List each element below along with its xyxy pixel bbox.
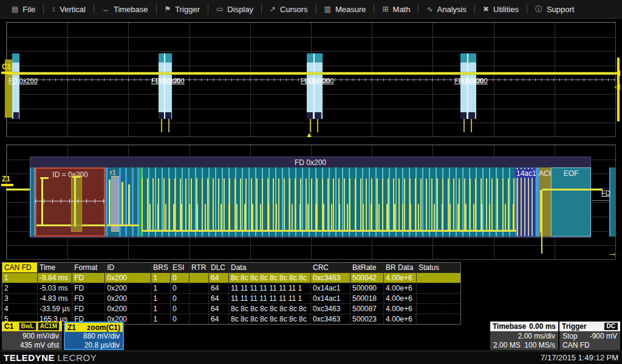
cell[interactable]: 3 xyxy=(2,294,38,304)
cell[interactable]: 0xc3463 xyxy=(310,273,350,283)
table-row[interactable]: 2-5.03 msFD0x200106411 11 11 11 11 11 11… xyxy=(2,283,461,294)
cell[interactable]: 500090 xyxy=(350,283,383,294)
cell[interactable]: 4.00e+6 xyxy=(383,273,416,283)
cell[interactable]: FD xyxy=(72,273,105,283)
z1-trace-pulse-top xyxy=(72,176,81,178)
cell[interactable]: 8c 8c 8c 8c 8c 8c 8c 8c xyxy=(228,314,310,325)
menu-timebase[interactable]: ↔Timebase xyxy=(94,0,156,18)
cell[interactable]: FD xyxy=(72,304,105,314)
menu-support[interactable]: ⓘSupport xyxy=(527,0,583,18)
trigger-level-arrow-icon[interactable]: ◁ xyxy=(614,83,620,90)
cell[interactable]: 1 xyxy=(151,304,171,314)
channel-offset-arrow-icon[interactable]: ◀ xyxy=(614,69,620,76)
cell[interactable]: 1 xyxy=(151,283,171,294)
table-row[interactable]: 4-33.59 µsFD0x20010648c 8c 8c 8c 8c 8c 8… xyxy=(2,304,461,314)
cell[interactable]: 500018 xyxy=(350,294,383,304)
cell[interactable]: 64 xyxy=(208,304,228,314)
trigger-time-marker-icon[interactable]: ▲ xyxy=(306,131,313,138)
cell[interactable] xyxy=(416,314,460,325)
cell[interactable] xyxy=(189,283,208,294)
cell[interactable]: 0xc3463 xyxy=(310,304,350,314)
c1-trace[interactable] xyxy=(6,72,616,75)
cell[interactable] xyxy=(189,304,208,314)
cell[interactable] xyxy=(416,304,460,314)
menu-cursors[interactable]: ↗Cursors xyxy=(262,0,316,18)
menu-analysis[interactable]: ∿Analysis xyxy=(419,0,474,18)
cell[interactable]: 0xc3463 xyxy=(310,314,350,325)
cell[interactable]: -9.84 ms xyxy=(38,273,72,283)
cell[interactable]: 64 xyxy=(208,314,228,325)
cell[interactable] xyxy=(416,283,460,294)
cell[interactable]: 0 xyxy=(170,314,189,325)
cell[interactable]: 4.00e+6 xyxy=(383,283,416,294)
cell[interactable] xyxy=(189,294,208,304)
menu-utilities[interactable]: ✖Utilities xyxy=(475,0,527,18)
cell[interactable] xyxy=(189,314,208,325)
cell[interactable]: 64 xyxy=(208,283,228,294)
cell[interactable]: 500087 xyxy=(350,304,383,314)
cell[interactable]: -4.83 ms xyxy=(38,294,72,304)
z1-descriptor-box[interactable]: Z1 zoom(C1) 880 mV/div 20.8 µs/div xyxy=(64,322,124,350)
cell[interactable]: 500042 xyxy=(350,273,383,283)
cell[interactable]: 0 xyxy=(170,304,189,314)
cell[interactable]: 64 xyxy=(208,294,228,304)
eof-field xyxy=(551,167,591,237)
menu-file[interactable]: ▤File xyxy=(4,0,43,18)
more-data-arrow-icon[interactable]: → xyxy=(607,248,617,258)
cell[interactable] xyxy=(189,273,208,283)
col-header-canfd: CAN FD xyxy=(2,263,38,273)
cell[interactable] xyxy=(416,273,460,283)
cell[interactable]: -33.59 µs xyxy=(38,304,72,314)
trigger-descriptor-box[interactable]: Trigger DC Stop -900 mV CAN FD xyxy=(559,322,620,350)
table-row[interactable]: 1-9.84 msFD0x20010648c 8c 8c 8c 8c 8c 8c… xyxy=(2,273,461,283)
cell[interactable]: 0x14ac1 xyxy=(310,294,350,304)
cell[interactable]: 8c 8c 8c 8c 8c 8c 8c 8c xyxy=(228,304,310,314)
trigger-title: Trigger xyxy=(562,322,587,331)
cell[interactable]: 0x200 xyxy=(105,283,151,294)
menu-vertical[interactable]: ↕Vertical xyxy=(44,0,94,18)
cell[interactable]: -5.03 ms xyxy=(38,283,72,294)
menu-math[interactable]: ⊞Math xyxy=(374,0,418,18)
cell[interactable]: FD xyxy=(72,283,105,294)
cell[interactable]: 1 xyxy=(151,314,171,325)
cell[interactable]: 4.00e+6 xyxy=(383,314,416,325)
cell[interactable]: 500023 xyxy=(350,314,383,325)
cell[interactable]: 0 xyxy=(170,273,189,283)
menu-display[interactable]: ▭Display xyxy=(208,0,261,18)
channel-label: C1 xyxy=(2,62,11,71)
menu-trigger[interactable]: ⚑Trigger xyxy=(157,0,208,18)
cell[interactable]: 0x200 xyxy=(105,304,151,314)
z1-trace-baseline xyxy=(107,224,141,226)
timebase-descriptor-box[interactable]: Timebase 0.00 ms 2.00 ms/div 2.00 MS 100… xyxy=(490,322,558,350)
cell[interactable]: 0x14ac1 xyxy=(310,283,350,294)
info-icon: ⓘ xyxy=(535,5,542,13)
trigger-type: CAN FD xyxy=(562,341,617,349)
cell[interactable]: 1 xyxy=(2,273,38,283)
brand-bold: TELEDYNE xyxy=(4,352,55,363)
cell[interactable] xyxy=(416,294,460,304)
calculator-icon: ⊞ xyxy=(382,5,388,13)
cell[interactable]: 0 xyxy=(170,294,189,304)
cell[interactable]: FD xyxy=(72,294,105,304)
cell[interactable]: 1 xyxy=(151,273,171,283)
channel-offset-marker[interactable] xyxy=(1,72,13,74)
crc-field-label: 14ac1 xyxy=(515,169,538,178)
menu-measure[interactable]: ▥Measure xyxy=(316,0,374,18)
cell[interactable]: 4.00e+6 xyxy=(383,304,416,314)
c1-descriptor-box[interactable]: C1 BwL AC1M 900 mV/div 435 mV ofst xyxy=(2,322,62,350)
table-row[interactable]: 3-4.83 msFD0x200106411 11 11 11 11 11 11… xyxy=(2,294,461,304)
cell[interactable]: 0x200 xyxy=(105,294,151,304)
cell[interactable]: 0 xyxy=(170,283,189,294)
cell[interactable]: 8c 8c 8c 8c 8c 8c 8c 8c xyxy=(228,273,310,283)
cell[interactable]: 11 11 11 11 11 11 11 1 xyxy=(228,283,310,294)
cell[interactable]: 0x200 xyxy=(105,273,151,283)
cell[interactable]: 11 11 11 11 11 11 11 1 xyxy=(228,294,310,304)
frame-footer-block xyxy=(159,112,164,119)
zoom-offset-marker[interactable] xyxy=(1,184,13,186)
cell[interactable]: 64 xyxy=(208,273,228,283)
cell[interactable]: 1 xyxy=(151,294,171,304)
z1-source: zoom(C1) xyxy=(87,323,120,332)
cell[interactable]: 2 xyxy=(2,283,38,294)
cell[interactable]: 4 xyxy=(2,304,38,314)
cell[interactable]: 4.00e+6 xyxy=(383,294,416,304)
